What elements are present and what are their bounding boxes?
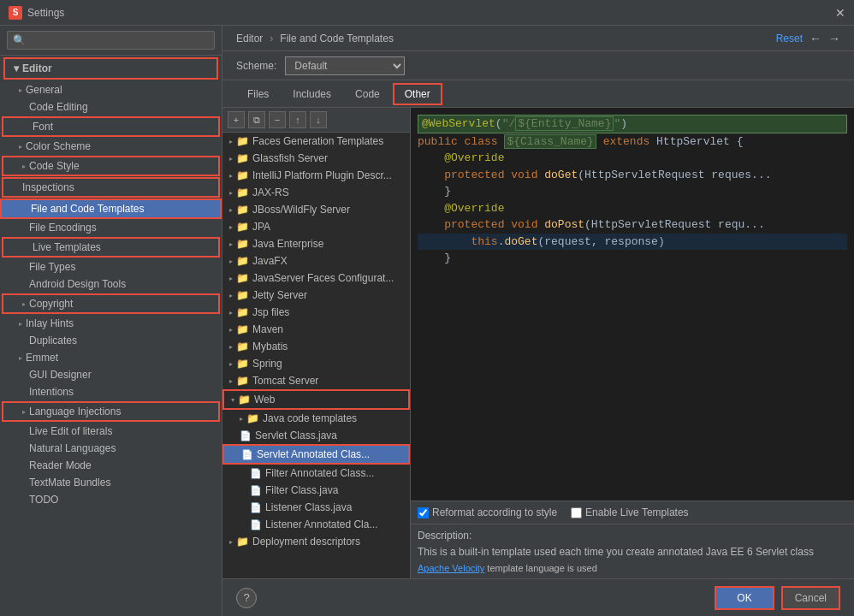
tree-item-faces[interactable]: ▸ 📁 Faces Generation Templates bbox=[222, 133, 410, 150]
tree-item-java-enterprise[interactable]: ▸ 📁 Java Enterprise bbox=[222, 235, 410, 252]
scheme-label: Scheme: bbox=[236, 60, 276, 72]
tabs-bar: Files Includes Code Other bbox=[222, 80, 854, 108]
tree-item-label: JBoss/WildFly Server bbox=[252, 204, 350, 216]
sidebar-item-lang-injections[interactable]: ▸ Language Injections bbox=[2, 401, 220, 422]
tree-item-glassfish[interactable]: ▸ 📁 Glassfish Server bbox=[222, 150, 410, 167]
reformat-check-input[interactable] bbox=[418, 507, 429, 518]
tree-item-label: Web bbox=[254, 394, 275, 406]
tree-item-deployment[interactable]: ▸ 📁 Deployment descriptors bbox=[222, 533, 410, 550]
chevron-icon: ▸ bbox=[229, 360, 233, 368]
search-input[interactable] bbox=[7, 31, 215, 50]
tab-files[interactable]: Files bbox=[236, 84, 280, 104]
right-panel: Editor › File and Code Templates Reset ←… bbox=[222, 26, 854, 616]
sidebar-duplicates-label: Duplicates bbox=[29, 335, 77, 346]
forward-button[interactable]: → bbox=[828, 32, 840, 45]
tree-item-jetty[interactable]: ▸ 📁 Jetty Server bbox=[222, 287, 410, 304]
folder-icon: 📁 bbox=[236, 306, 249, 318]
sidebar-editor-header[interactable]: ▾ Editor bbox=[3, 57, 218, 80]
tree-item-maven[interactable]: ▸ 📁 Maven bbox=[222, 321, 410, 338]
chevron-icon: ▸ bbox=[229, 343, 233, 351]
sidebar-item-textmate[interactable]: TextMate Bundles bbox=[0, 474, 222, 491]
tree-item-listener-class[interactable]: 📄 Listener Class.java bbox=[222, 499, 410, 516]
sidebar-live-edit-label: Live Edit of literals bbox=[29, 425, 112, 437]
sidebar-item-android-design[interactable]: Android Design Tools bbox=[0, 275, 222, 293]
chevron-icon: ▸ bbox=[22, 408, 26, 416]
sidebar-item-general[interactable]: ▸ General bbox=[0, 81, 222, 98]
sidebar-item-intentions[interactable]: Intentions bbox=[0, 383, 222, 400]
tree-item-javafx[interactable]: ▸ 📁 JavaFX bbox=[222, 252, 410, 270]
sidebar-emmet-label: Emmet bbox=[26, 352, 58, 364]
file-icon: 📄 bbox=[250, 468, 262, 479]
tree-movedown-button[interactable]: ↓ bbox=[310, 111, 327, 128]
folder-icon: 📁 bbox=[236, 221, 249, 233]
tab-code[interactable]: Code bbox=[344, 84, 391, 104]
tree-item-spring[interactable]: ▸ 📁 Spring bbox=[222, 355, 410, 372]
scheme-select[interactable]: Default Project bbox=[285, 56, 405, 75]
description-label: Description: bbox=[418, 530, 847, 542]
tree-item-servlet-class[interactable]: 📄 Servlet Class.java bbox=[222, 427, 410, 444]
sidebar-item-duplicates[interactable]: Duplicates bbox=[0, 332, 222, 349]
sidebar-item-font[interactable]: Font bbox=[2, 116, 220, 137]
sidebar-code-editing-label: Code Editing bbox=[29, 101, 88, 113]
sidebar-item-todo[interactable]: TODO bbox=[0, 491, 222, 508]
tree-item-jboss[interactable]: ▸ 📁 JBoss/WildFly Server bbox=[222, 201, 410, 218]
sidebar-item-file-and-code[interactable]: File and Code Templates bbox=[0, 198, 222, 219]
sidebar-item-color-scheme[interactable]: ▸ Color Scheme bbox=[0, 138, 222, 155]
sidebar-item-live-templates[interactable]: Live Templates bbox=[2, 237, 220, 258]
live-templates-checkbox[interactable]: Enable Live Templates bbox=[571, 506, 689, 518]
live-templates-label: Enable Live Templates bbox=[585, 506, 689, 518]
tab-includes[interactable]: Includes bbox=[282, 84, 342, 104]
ok-button[interactable]: OK bbox=[715, 586, 774, 610]
tab-other[interactable]: Other bbox=[393, 83, 442, 105]
tree-item-label: Maven bbox=[252, 323, 283, 335]
tree-item-web[interactable]: ▸ 📁 Web bbox=[222, 389, 410, 410]
tree-item-java-templates[interactable]: ▸ 📁 Java code templates bbox=[222, 410, 410, 427]
sidebar-item-natural-langs[interactable]: Natural Languages bbox=[0, 440, 222, 457]
sidebar-item-code-style[interactable]: ▸ Code Style bbox=[2, 156, 220, 176]
chevron-icon: ▸ bbox=[229, 172, 233, 180]
sidebar-item-file-types[interactable]: File Types bbox=[0, 258, 222, 275]
sidebar-item-file-encodings[interactable]: File Encodings bbox=[0, 219, 222, 236]
tree-item-intellij[interactable]: ▸ 📁 IntelliJ Platform Plugin Descr... bbox=[222, 167, 410, 184]
close-button[interactable]: ✕ bbox=[835, 6, 845, 20]
live-templates-check-input[interactable] bbox=[571, 507, 582, 518]
tree-item-jsf[interactable]: ▸ 📁 JavaServer Faces Configurat... bbox=[222, 270, 410, 287]
chevron-icon: ▸ bbox=[229, 206, 233, 214]
tree-copy-button[interactable]: ⧉ bbox=[248, 111, 265, 128]
sidebar-item-reader-mode[interactable]: Reader Mode bbox=[0, 457, 222, 474]
sidebar-item-inlay-hints[interactable]: ▸ Inlay Hints bbox=[0, 315, 222, 332]
sidebar-live-templates-label: Live Templates bbox=[33, 241, 101, 253]
chevron-icon: ▸ bbox=[229, 189, 233, 197]
tree-item-jsp[interactable]: ▸ 📁 Jsp files bbox=[222, 304, 410, 321]
code-editor[interactable]: @WebServlet("/${Entity_Name}") public cl… bbox=[411, 108, 854, 500]
reset-button[interactable]: Reset bbox=[776, 33, 803, 44]
sidebar-item-gui-designer[interactable]: GUI Designer bbox=[0, 366, 222, 383]
cancel-button[interactable]: Cancel bbox=[781, 586, 840, 610]
tree-item-filter-class[interactable]: 📄 Filter Class.java bbox=[222, 482, 410, 499]
sidebar-item-inspections[interactable]: Inspections bbox=[2, 177, 220, 198]
sidebar-item-emmet[interactable]: ▸ Emmet bbox=[0, 349, 222, 366]
tree-item-filter-annotated[interactable]: 📄 Filter Annotated Class... bbox=[222, 465, 410, 482]
tree-item-listener-annotated[interactable]: 📄 Listener Annotated Cla... bbox=[222, 516, 410, 533]
tree-item-label: Glassfish Server bbox=[252, 152, 328, 164]
tree-item-jax-rs[interactable]: ▸ 📁 JAX-RS bbox=[222, 184, 410, 201]
sidebar-item-copyright[interactable]: ▸ Copyright bbox=[2, 293, 220, 314]
code-line: } bbox=[418, 183, 847, 200]
sidebar-item-code-editing[interactable]: Code Editing bbox=[0, 98, 222, 116]
tree-item-jpa[interactable]: ▸ 📁 JPA bbox=[222, 218, 410, 235]
tree-remove-button[interactable]: − bbox=[269, 111, 286, 128]
tree-item-tomcat[interactable]: ▸ 📁 Tomcat Server bbox=[222, 372, 410, 389]
help-button[interactable]: ? bbox=[236, 588, 257, 608]
reformat-checkbox[interactable]: Reformat according to style bbox=[418, 506, 557, 518]
sidebar-item-live-edit[interactable]: Live Edit of literals bbox=[0, 423, 222, 440]
tree-moveup-button[interactable]: ↑ bbox=[289, 111, 306, 128]
chevron-icon: ▸ bbox=[22, 163, 26, 170]
back-button[interactable]: ← bbox=[810, 32, 821, 45]
tree-add-button[interactable]: + bbox=[228, 111, 245, 128]
code-line: } bbox=[418, 250, 847, 267]
tree-item-mybatis[interactable]: ▸ 📁 Mybatis bbox=[222, 338, 410, 355]
tree-item-servlet-annotated[interactable]: 📄 Servlet Annotated Clas... bbox=[222, 444, 410, 465]
velocity-link[interactable]: Apache Velocity bbox=[418, 563, 484, 573]
search-bar bbox=[0, 26, 222, 56]
code-line: this.doGet(request, response)​ bbox=[418, 234, 847, 251]
